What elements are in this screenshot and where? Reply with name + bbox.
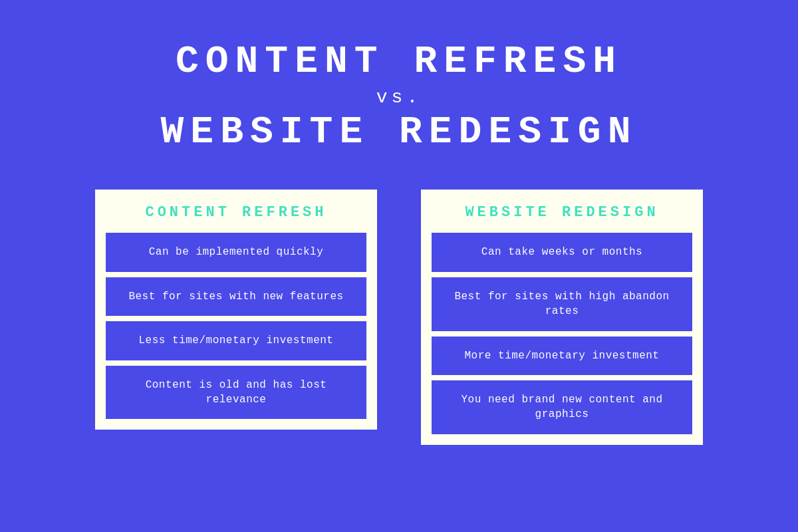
list-item: You need brand new content and graphics: [432, 380, 692, 434]
list-item: Best for sites with new features: [106, 277, 366, 316]
website-redesign-card-items: Can take weeks or months Best for sites …: [421, 233, 703, 444]
content-refresh-card-items: Can be implemented quickly Best for site…: [95, 233, 377, 430]
header-vs: vs.: [161, 87, 638, 108]
content-refresh-card: CONTENT REFRESH Can be implemented quick…: [93, 188, 379, 432]
list-item: Can take weeks or months: [432, 233, 692, 271]
list-item: Content is old and has lost relevance: [106, 366, 366, 420]
list-item: Can be implemented quickly: [106, 233, 366, 271]
header-line1: CONTENT REFRESH: [161, 40, 638, 84]
website-redesign-card-title: WEBSITE REDESIGN: [421, 190, 703, 233]
website-redesign-card: WEBSITE REDESIGN Can take weeks or month…: [419, 188, 705, 446]
content-refresh-card-title: CONTENT REFRESH: [95, 190, 377, 233]
header-line2: WEBSITE REDESIGN: [161, 110, 638, 155]
cards-container: CONTENT REFRESH Can be implemented quick…: [0, 188, 798, 446]
list-item: Less time/monetary investment: [106, 321, 366, 360]
page-header: CONTENT REFRESH vs. WEBSITE REDESIGN: [161, 40, 638, 154]
list-item: Best for sites with high abandon rates: [432, 277, 692, 331]
list-item: More time/monetary investment: [432, 336, 692, 375]
